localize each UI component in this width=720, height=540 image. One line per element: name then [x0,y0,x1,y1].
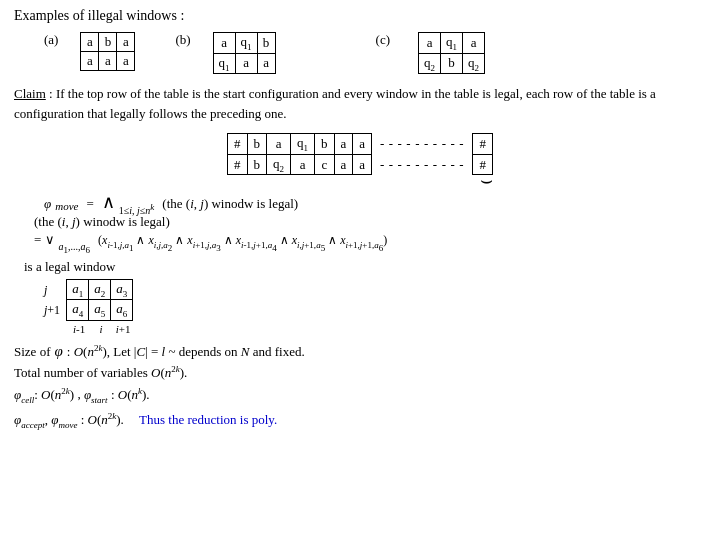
cell: c [315,154,335,175]
cell: q1 [235,33,257,54]
cell: q2 [419,53,441,74]
legal-window-section: is a legal window [24,259,706,275]
size-label: Size of [14,344,50,360]
i-label-minus1: i-1 [68,323,90,335]
cell-a5: a5 [89,300,111,321]
grid-and-labels: a1 a2 a3 a4 a5 a6 i-1 i i+1 [66,279,134,335]
example-b: (b) a q1 b q1 a a [175,32,275,74]
legal-window-label: is a legal window [24,259,115,274]
cell: a [463,33,485,54]
cell-a3: a3 [111,279,133,300]
cell: q1 [213,53,235,74]
j-label: j [44,281,60,301]
middle-table-wrapper: # b a q1 b a a ---------- # # b q2 a c a… [14,133,706,185]
label-b: (b) [175,32,190,48]
phi-cell-text: φcell: O(n2k) [14,387,74,402]
cell: # [228,154,248,175]
cell: b [247,154,267,175]
cell: a [334,154,353,175]
claim-text: If the top row of the table is the start… [14,86,656,121]
cell: b [441,53,463,74]
cell: a [117,52,135,71]
cell: a [419,33,441,54]
phi-move-equals: = [86,196,93,212]
cell: a [81,33,99,52]
claim-section: Claim : If the top row of the table is t… [14,84,706,123]
cell: q2 [267,154,291,175]
table-b: a q1 b q1 a a [213,32,276,74]
legal-window-line: (the (i, j) winodw is legal) [34,214,170,229]
cell: a [81,52,99,71]
cell: b [315,134,335,155]
claim-label: Claim [14,86,46,101]
j1-label: j+1 [44,301,60,321]
cell: a [353,134,372,155]
cell: q1 [291,134,315,155]
phi-move-rhs: (the (i, j) winodw is legal) [162,196,298,212]
cell: a [353,154,372,175]
size-phi: φ [54,343,62,360]
label-a: (a) [44,32,58,48]
cell: a [334,134,353,155]
i-label-plus1: i+1 [112,323,134,335]
cell: q1 [441,33,463,54]
total-vars-text: Total number of variables O(n2k). [14,365,187,380]
example-a: (a) a b a a a a [44,32,135,71]
title-text: Examples of illegal windows : [14,8,184,23]
cell: b [247,134,267,155]
example-c: (c) a q1 a q2 b q2 [316,32,485,74]
legal-window-table: a1 a2 a3 a4 a5 a6 [66,279,133,321]
middle-table: # b a q1 b a a ---------- # # b q2 a c a… [227,133,493,175]
cell: # [473,134,493,155]
phi-accept-line: φaccept, φmove : O(n2k). Thus the reduct… [14,409,706,432]
cell: q2 [463,53,485,74]
cell: a [267,134,291,155]
table-a: a b a a a a [80,32,135,71]
cell-a2: a2 [89,279,111,300]
label-c: (c) [376,32,390,48]
phi-move-subscript-move: move [55,200,78,212]
title-line: Examples of illegal windows : [14,8,706,24]
dashes-cell2: ---------- [372,154,473,175]
cell: a [291,154,315,175]
phi-cell-line: φcell: O(n2k) , φstart : O(nk). [14,383,706,406]
cell-a6: a6 [111,300,133,321]
j-labels: j j+1 [44,279,60,321]
table-c: a q1 a q2 b q2 [418,32,485,74]
cell: b [99,33,117,52]
phi-move-block: φ move = ∧ 1≤i, j≤nk (the (i, j) winodw … [24,193,706,252]
big-wedge: ∧ [102,193,115,211]
cell: a [99,52,117,71]
phi-move-symbol: φ [44,196,51,212]
conjunction-terms: (xi-1,j,a1 ∧ xi,j,a2 ∧ xi+1,j,a3 ∧ xi-1,… [98,233,387,252]
phi-accept-text: φaccept, φmove : O(n2k). [14,412,124,427]
legal-window-grid-section: j j+1 a1 a2 a3 a4 a5 a6 i-1 i i+1 [44,279,706,335]
cell: # [228,134,248,155]
dashes-cell: ---------- [372,134,473,155]
subscript-a1a6: a1,...,a6 [59,241,91,255]
cell: a [235,53,257,74]
size-text: : O(n2k), Let |C| = l ~ depends on N and… [67,343,305,360]
total-vars-section: Total number of variables O(n2k). [14,364,706,381]
cell: a [213,33,235,54]
size-section: Size of φ : O(n2k), Let |C| = l ~ depend… [14,343,706,360]
phi-move-subscript-range: 1≤i, j≤nk [119,202,155,216]
equals-vee: = ∨ [34,232,55,248]
i-label-i: i [90,323,112,335]
cell: a [257,53,275,74]
cell-a4: a4 [67,300,89,321]
cell: b [257,33,275,54]
conclusion-text: Thus the reduction is poly. [139,412,277,427]
phi-start-text: φstart : O(nk). [84,387,150,402]
cell: a [117,33,135,52]
cell-a1: a1 [67,279,89,300]
claim-colon: : [46,86,56,101]
i-labels: i-1 i i+1 [68,323,134,335]
